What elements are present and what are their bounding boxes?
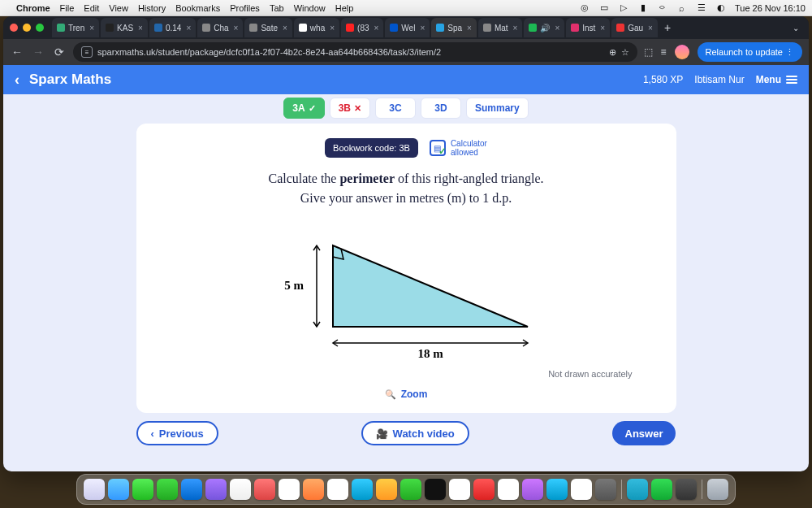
search-icon[interactable]: ⌕ (676, 2, 688, 14)
watch-video-button[interactable]: Watch video (361, 421, 469, 445)
close-tab-icon[interactable]: × (138, 24, 143, 33)
close-tab-icon[interactable]: × (467, 24, 472, 33)
menu-file[interactable]: File (60, 3, 75, 13)
dock-calendar-icon[interactable] (279, 479, 300, 500)
menu-bookmarks[interactable]: Bookmarks (175, 3, 220, 13)
dock-app-icon[interactable] (108, 479, 129, 500)
zoom-window-icon[interactable] (36, 24, 44, 32)
browser-tab-active[interactable]: Spa× (431, 18, 477, 37)
browser-tab[interactable]: Cha× (197, 18, 243, 37)
new-tab-button[interactable]: + (659, 21, 676, 34)
menu-edit[interactable]: Edit (84, 3, 99, 13)
site-info-icon[interactable]: ≡ (81, 46, 93, 58)
dock-podcasts-icon[interactable] (522, 479, 543, 500)
menu-history[interactable]: History (138, 3, 166, 13)
back-button[interactable]: ‹ (15, 72, 19, 89)
answer-button[interactable]: Answer (612, 421, 676, 445)
close-tab-icon[interactable]: × (555, 24, 559, 33)
dock-settings-icon[interactable] (595, 479, 616, 500)
browser-tab[interactable]: Gau× (611, 18, 658, 37)
extensions-icon[interactable]: ⬚ (644, 46, 653, 58)
reading-list-icon[interactable]: ≡ (661, 46, 667, 58)
task-tab-3b[interactable]: 3B (330, 98, 370, 119)
dock-messages-icon[interactable] (157, 479, 178, 500)
previous-button[interactable]: ‹Previous (136, 421, 218, 445)
dock-appstore-icon[interactable] (546, 479, 568, 500)
dock-app-icon[interactable] (571, 479, 592, 500)
menu-profiles[interactable]: Profiles (230, 3, 260, 13)
dock-app-icon[interactable] (676, 479, 697, 500)
nav-reload-button[interactable]: ⟳ (52, 45, 67, 59)
bookwork-code: Bookwork code: 3B (325, 138, 418, 158)
zoom-button[interactable]: Zoom (156, 389, 657, 400)
menu-help[interactable]: Help (335, 3, 354, 13)
dock-chrome-icon[interactable] (327, 479, 348, 500)
browser-tab[interactable]: Mat× (478, 18, 523, 37)
browser-tab[interactable]: wha× (294, 18, 339, 37)
browser-tab[interactable]: 0.14× (149, 18, 196, 37)
app-name[interactable]: Chrome (16, 3, 50, 13)
battery-icon[interactable]: ▮ (637, 2, 649, 14)
browser-tab[interactable]: 🔊× (524, 18, 564, 37)
dock-mail-icon[interactable] (181, 479, 202, 500)
browser-tab[interactable]: Inst× (566, 18, 610, 37)
dock-app-icon[interactable] (303, 479, 324, 500)
menu-button[interactable]: Menu (756, 74, 797, 85)
close-tab-icon[interactable]: × (330, 24, 335, 33)
dock-app-icon[interactable] (230, 479, 251, 500)
dock-news-icon[interactable] (449, 479, 470, 500)
menu-window[interactable]: Window (294, 3, 326, 13)
dock-app-icon[interactable] (627, 479, 648, 500)
dock-finder-icon[interactable] (84, 479, 105, 500)
browser-tab[interactable]: (83× (341, 18, 383, 37)
task-tab-3c[interactable]: 3C (375, 98, 416, 119)
dock-app-icon[interactable] (132, 479, 153, 500)
browser-tab[interactable]: KAS× (101, 18, 148, 37)
close-tab-icon[interactable]: × (420, 24, 425, 33)
menu-view[interactable]: View (109, 3, 128, 13)
dock-app-icon[interactable] (376, 479, 397, 500)
control-center-icon[interactable]: ☰ (696, 2, 707, 14)
task-tab-3d[interactable]: 3D (421, 98, 461, 119)
menubar-clock[interactable]: Tue 26 Nov 16:10 (735, 3, 806, 13)
minimize-window-icon[interactable] (23, 24, 31, 32)
tab-overflow-button[interactable]: ⌄ (789, 24, 802, 33)
close-tab-icon[interactable]: × (374, 24, 379, 33)
nav-forward-button[interactable]: → (31, 45, 45, 59)
dock-trash-icon[interactable] (707, 479, 728, 500)
nav-back-button[interactable]: ← (10, 45, 24, 59)
profile-avatar-icon[interactable] (675, 45, 689, 59)
siri-icon[interactable]: ◐ (715, 2, 727, 14)
dock-app-icon[interactable] (352, 479, 373, 500)
task-tab-3a[interactable]: 3A (283, 98, 324, 119)
dock-facetime-icon[interactable] (400, 479, 421, 500)
dock-app-icon[interactable] (498, 479, 519, 500)
wifi-icon[interactable]: ⌔ (657, 2, 668, 14)
display-icon[interactable]: ▭ (598, 2, 610, 14)
close-tab-icon[interactable]: × (648, 24, 653, 33)
play-icon[interactable]: ▷ (618, 2, 629, 14)
bookmark-icon[interactable]: ☆ (621, 47, 629, 58)
window-controls[interactable] (10, 24, 44, 32)
status-icon[interactable]: ◎ (579, 2, 590, 14)
task-tab-summary[interactable]: Summary (466, 98, 529, 119)
close-tab-icon[interactable]: × (283, 24, 287, 33)
dock-app-icon[interactable] (254, 479, 275, 500)
relaunch-button[interactable]: Relaunch to update ⋮ (698, 42, 802, 62)
dock-whatsapp-icon[interactable] (651, 479, 672, 500)
close-tab-icon[interactable]: × (513, 24, 518, 33)
browser-tab[interactable]: Wel× (385, 18, 430, 37)
dock-music-icon[interactable] (473, 479, 495, 500)
menu-tab[interactable]: Tab (270, 3, 284, 13)
browser-tab[interactable]: Sate× (244, 18, 292, 37)
browser-tab[interactable]: Tren× (52, 18, 99, 37)
address-bar[interactable]: ≡ sparxmaths.uk/student/package/dcfc0f1a… (73, 42, 637, 62)
close-tab-icon[interactable]: × (89, 24, 94, 33)
dock-tv-icon[interactable] (425, 479, 446, 500)
close-window-icon[interactable] (10, 24, 18, 32)
translate-icon[interactable]: ⊕ (609, 47, 616, 58)
close-tab-icon[interactable]: × (234, 24, 239, 33)
dock-app-icon[interactable] (205, 479, 227, 500)
close-tab-icon[interactable]: × (186, 24, 191, 33)
close-tab-icon[interactable]: × (600, 24, 605, 33)
